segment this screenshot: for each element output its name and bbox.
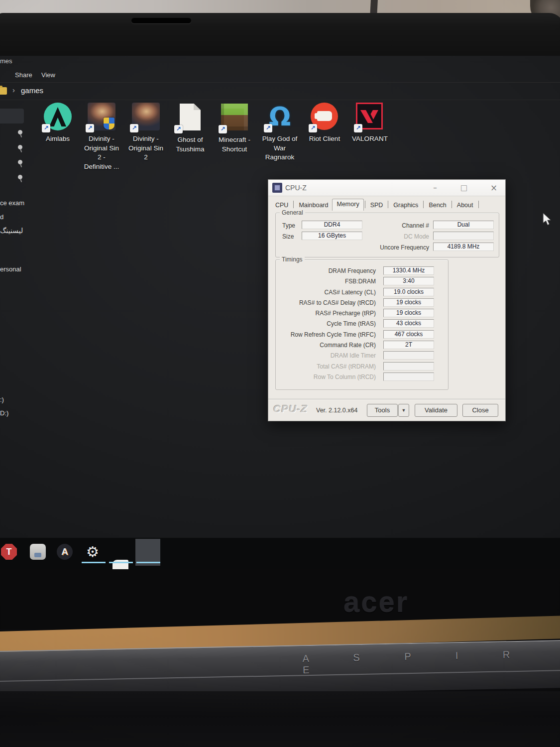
cpuz-window-title: CPU-Z (285, 184, 307, 192)
photo-of-laptop: mes Share View › games ce exam d لیسنینگ… (0, 0, 560, 747)
acer-logo: acer (343, 585, 409, 619)
pin-icon (17, 144, 23, 150)
running-indicator (82, 562, 106, 563)
sidebar-item[interactable]: d (0, 213, 3, 221)
timing-row: CAS# Latency (CL)19.0 clocks (276, 287, 448, 298)
timing-value: 43 clocks (383, 319, 434, 328)
sidebar-item-drive-d[interactable]: D:) (0, 409, 8, 417)
timing-value: 19.0 clocks (383, 288, 434, 296)
shield-icon (104, 118, 114, 129)
timing-value: 467 clocks (383, 330, 434, 339)
channel-value: Dual (433, 221, 494, 229)
tools-dropdown-button[interactable]: ▼ (398, 404, 409, 417)
timing-value: 19 clocks (383, 309, 434, 317)
type-value: DDR4 (302, 221, 362, 229)
cpuz-version: Ver. 2.12.0.x64 (316, 407, 357, 414)
shortcut-arrow-icon: ↗ (42, 124, 50, 132)
timing-value (383, 351, 434, 360)
sidebar-item-drive-c[interactable]: :) (0, 396, 4, 403)
cpuz-window: CPU-Z – □ × CPU Mainboard Memory SPD Gra… (268, 179, 506, 421)
sidebar-item[interactable]: ersonal (0, 265, 21, 273)
desktop-item-riot-client[interactable]: ↗ Riot Client (303, 103, 346, 144)
stop-t-icon[interactable]: T (1, 544, 17, 560)
timing-row: Command Rate (CR)2T (276, 340, 448, 351)
a-logo-icon[interactable]: A (57, 544, 73, 560)
dc-mode-label: DC Mode (389, 233, 429, 240)
menu-view[interactable]: View (41, 71, 55, 79)
fist-icon (317, 111, 332, 121)
menu-share[interactable]: Share (15, 71, 32, 79)
general-groupbox: General Type DDR4 Size 16 GBytes Channel… (275, 213, 499, 257)
desktop-item-god-of-war[interactable]: Ω ↗ Play God of War Ragnarok (258, 103, 302, 162)
pin-icon (17, 129, 23, 135)
timing-row: Total CAS# (tRDRAM) (276, 362, 448, 372)
timing-value (383, 373, 434, 381)
sidebar-item[interactable]: لیسنینگ (0, 227, 23, 235)
pin-icon (17, 159, 23, 165)
uncore-label: Uncore Frequency (374, 244, 429, 251)
sidebar-selected-item[interactable] (0, 109, 24, 124)
aspire-model-text: A S P I R E (302, 648, 560, 676)
timings-rows: DRAM Frequency1330.4 MHz FSB:DRAM3:40 CA… (276, 266, 448, 382)
shortcut-arrow-icon: ↗ (309, 124, 317, 132)
type-label: Type (282, 222, 295, 229)
timings-groupbox: Timings DRAM Frequency1330.4 MHz FSB:DRA… (275, 259, 448, 390)
timing-row: Row Refresh Cycle Time (tRFC)467 clocks (276, 330, 448, 340)
timing-row: DRAM Idle Timer (276, 351, 448, 361)
close-window-button[interactable]: × (486, 182, 501, 194)
tab-divider (388, 201, 388, 208)
desktop-item-divinity[interactable]: ↗ Divinity - Original Sin 2 (124, 103, 168, 162)
tools-button[interactable]: Tools (367, 404, 398, 417)
shortcut-arrow-icon: ↗ (174, 125, 183, 133)
tab-memory[interactable]: Memory (332, 199, 363, 211)
desktop-item-minecraft[interactable]: ↗ Minecraft - Shortcut (213, 103, 256, 154)
desktop-item-valorant[interactable]: ↗ VALORANT (348, 103, 392, 144)
breadcrumb[interactable]: › games (0, 85, 560, 100)
channel-label: Channel # (389, 222, 429, 229)
timing-row: DRAM Frequency1330.4 MHz (276, 266, 448, 276)
running-indicator (136, 562, 160, 563)
timing-value: 2T (383, 341, 434, 349)
shortcut-arrow-icon: ↗ (86, 124, 94, 132)
timing-value: 1330.4 MHz (383, 266, 434, 275)
tab-divider (423, 201, 424, 208)
laptop-base (0, 691, 560, 747)
cpuz-app-icon (272, 183, 282, 193)
breadcrumb-divider (0, 100, 560, 100)
tab-divider (293, 201, 294, 208)
cpuz-titlebar[interactable]: CPU-Z – □ × (268, 180, 505, 196)
uncore-value: 4189.8 MHz (433, 243, 494, 251)
shortcut-arrow-icon: ↗ (130, 124, 138, 132)
tab-graphics[interactable]: Graphics (389, 200, 422, 211)
breadcrumb-location[interactable]: games (21, 86, 43, 95)
timing-row: FSB:DRAM3:40 (276, 276, 448, 287)
desktop-item-aimlabs[interactable]: ↗ Aimlabs (36, 103, 80, 144)
size-value: 16 GBytes (302, 232, 362, 240)
close-button[interactable]: Close (462, 404, 498, 417)
desktop-item-divinity-definitive[interactable]: ↗ Divinity - Original Sin 2 - Definitive… (80, 103, 123, 171)
timing-value (383, 362, 434, 371)
mouse-cursor (542, 213, 553, 228)
tab-spd[interactable]: SPD (366, 200, 387, 211)
footer-divider (268, 399, 505, 399)
tab-bench[interactable]: Bench (425, 200, 450, 211)
general-legend: General (280, 209, 305, 216)
validate-button[interactable]: Validate (415, 404, 457, 417)
dc-mode-value (433, 232, 494, 240)
settings-gear-icon[interactable]: ⚙ (85, 544, 101, 560)
laptop-lid-bezel-top (0, 13, 560, 58)
maximize-button[interactable]: □ (456, 182, 471, 194)
chevron-right-icon: › (12, 86, 15, 94)
minimize-button[interactable]: – (428, 182, 443, 194)
gray-app-icon[interactable] (30, 544, 46, 560)
timing-value: 3:40 (383, 277, 434, 285)
taskbar: T A ⚙ (0, 538, 560, 569)
sidebar-item[interactable]: ce exam (0, 199, 24, 207)
shortcut-arrow-icon: ↗ (219, 125, 227, 133)
timing-row: RAS# to CAS# Delay (tRCD)19 clocks (276, 298, 448, 308)
shortcut-arrow-icon: ↗ (354, 124, 362, 132)
running-indicator (109, 562, 133, 563)
tab-about[interactable]: About (453, 200, 477, 211)
document-icon (180, 104, 201, 130)
desktop-item-ghost-of-tsushima[interactable]: ↗ Ghost of Tsushima (168, 103, 212, 154)
